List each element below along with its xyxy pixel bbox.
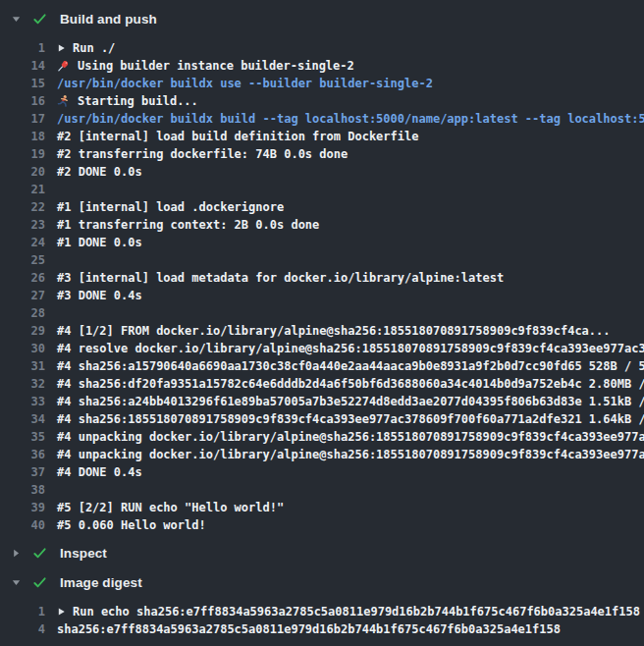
log-text: #2 DONE 0.0s: [57, 163, 142, 181]
line-number[interactable]: 31: [0, 357, 45, 375]
section-header-build-and-push[interactable]: Build and push: [0, 4, 644, 33]
log-line-content: sha256:e7ff8834a5963a2785c5a0811e979d16b…: [57, 620, 561, 638]
line-number[interactable]: 22: [0, 198, 45, 216]
line-number[interactable]: 23: [0, 216, 45, 234]
log-line-content: /usr/bin/docker buildx build --tag local…: [57, 110, 644, 128]
log-text: Run ./: [73, 39, 115, 57]
line-number[interactable]: 4: [0, 620, 45, 638]
line-number[interactable]: 28: [0, 304, 45, 322]
log-line: 36#4 unpacking docker.io/library/alpine@…: [0, 446, 644, 463]
log-line-content: Run ./: [57, 39, 115, 57]
log-line-content: #4 [1/2] FROM docker.io/library/alpine@s…: [57, 322, 611, 340]
log-line: 22#1 [internal] load .dockerignore: [0, 198, 644, 216]
line-number[interactable]: 25: [0, 251, 45, 269]
log-line-content: #2 [internal] load build definition from…: [57, 128, 418, 145]
log-line-content: #4 unpacking docker.io/library/alpine@sh…: [57, 428, 644, 446]
check-icon: [31, 545, 47, 561]
log-line: 1Run ./: [0, 39, 644, 57]
line-number[interactable]: 21: [0, 181, 45, 198]
line-number[interactable]: 17: [0, 110, 45, 128]
line-number[interactable]: 40: [0, 516, 45, 534]
log-text: Using builder instance builder-single-2: [78, 57, 354, 75]
line-number[interactable]: 19: [0, 145, 45, 163]
line-number[interactable]: 14: [0, 57, 45, 75]
log-line: 30#4 resolve docker.io/library/alpine@sh…: [0, 340, 644, 357]
log-line: 29#4 [1/2] FROM docker.io/library/alpine…: [0, 322, 644, 340]
line-number[interactable]: 30: [0, 340, 45, 357]
line-number[interactable]: 20: [0, 163, 45, 181]
log-text: /usr/bin/docker buildx use --builder bui…: [57, 75, 433, 92]
log-text: #4 unpacking docker.io/library/alpine@sh…: [57, 446, 644, 463]
log-text: Run echo sha256:e7ff8834a5963a2785c5a081…: [73, 603, 640, 620]
log-line: 16Starting build...: [0, 92, 644, 110]
log-line: 25: [0, 251, 644, 269]
log-text: #1 transferring context: 2B 0.0s done: [57, 216, 319, 234]
log-text: #4 [1/2] FROM docker.io/library/alpine@s…: [57, 322, 611, 340]
log-line: 26#3 [internal] load metadata for docker…: [0, 269, 644, 287]
chevron-down-icon[interactable]: [10, 576, 22, 588]
line-number[interactable]: 15: [0, 75, 45, 92]
line-number[interactable]: 27: [0, 287, 45, 304]
log-lines: 1Run ./14Using builder instance builder-…: [0, 33, 644, 538]
log-text: /usr/bin/docker buildx build --tag local…: [57, 110, 644, 128]
chevron-right-icon[interactable]: [10, 547, 22, 559]
check-icon: [31, 574, 47, 590]
log-line: 20#2 DONE 0.0s: [0, 163, 644, 181]
log-line: 17/usr/bin/docker buildx build --tag loc…: [0, 110, 644, 128]
workflow-log-viewer: Build and push1Run ./14Using builder ins…: [0, 0, 644, 646]
play-icon[interactable]: [57, 607, 66, 617]
section-header-image-digest[interactable]: Image digest: [0, 567, 644, 597]
log-line-content: #2 DONE 0.0s: [57, 163, 142, 181]
log-line-content: #4 sha256:185518070891758909c9f839cf4ca3…: [57, 410, 644, 428]
line-number[interactable]: 33: [0, 393, 45, 410]
line-number[interactable]: 36: [0, 446, 45, 463]
line-number[interactable]: 32: [0, 375, 45, 393]
log-line-content: #3 [internal] load metadata for docker.i…: [57, 269, 504, 287]
log-line-content: #5 0.060 Hello world!: [57, 516, 206, 534]
log-line: 23#1 transferring context: 2B 0.0s done: [0, 216, 644, 234]
log-line-content: Using builder instance builder-single-2: [57, 57, 354, 75]
log-text: #3 [internal] load metadata for docker.i…: [57, 269, 504, 287]
line-number[interactable]: 18: [0, 128, 45, 145]
log-line: 39#5 [2/2] RUN echo "Hello world!": [0, 499, 644, 516]
line-number[interactable]: 1: [0, 39, 45, 57]
line-number[interactable]: 39: [0, 499, 45, 516]
log-line-content: #4 DONE 0.4s: [57, 463, 142, 481]
log-text: #1 [internal] load .dockerignore: [57, 198, 284, 216]
pushpin-icon: [57, 59, 70, 73]
log-text: Starting build...: [78, 92, 198, 110]
section-header-inspect[interactable]: Inspect: [0, 538, 644, 567]
line-number[interactable]: 34: [0, 410, 45, 428]
log-line: 1Run echo sha256:e7ff8834a5963a2785c5a08…: [0, 603, 644, 620]
log-line: 28: [0, 304, 644, 322]
section-build-and-push: Build and push1Run ./14Using builder ins…: [0, 4, 644, 538]
log-line: 34#4 sha256:185518070891758909c9f839cf4c…: [0, 410, 644, 428]
play-icon[interactable]: [57, 43, 66, 53]
log-text: #4 sha256:a15790640a6690aa1730c38cf0a440…: [57, 357, 644, 375]
log-line: 15/usr/bin/docker buildx use --builder b…: [0, 75, 644, 92]
log-line: 21: [0, 181, 644, 198]
line-number[interactable]: 37: [0, 463, 45, 481]
log-line-content: #3 DONE 0.4s: [57, 287, 142, 304]
log-text: #4 sha256:185518070891758909c9f839cf4ca3…: [57, 410, 644, 428]
log-text: #2 transferring dockerfile: 74B 0.0s don…: [57, 145, 348, 163]
log-text: #1 DONE 0.0s: [57, 234, 142, 251]
log-line-content: #5 [2/2] RUN echo "Hello world!": [57, 499, 284, 516]
log-line-content: Run echo sha256:e7ff8834a5963a2785c5a081…: [57, 603, 640, 620]
line-number[interactable]: 38: [0, 481, 45, 499]
line-number[interactable]: 35: [0, 428, 45, 446]
log-line: 4sha256:e7ff8834a5963a2785c5a0811e979d16…: [0, 620, 644, 638]
line-number[interactable]: 16: [0, 92, 45, 110]
line-number[interactable]: 26: [0, 269, 45, 287]
log-lines: 1Run echo sha256:e7ff8834a5963a2785c5a08…: [0, 597, 644, 642]
log-text: #5 0.060 Hello world!: [57, 516, 206, 534]
log-text: #2 [internal] load build definition from…: [57, 128, 418, 145]
line-number[interactable]: 29: [0, 322, 45, 340]
line-number[interactable]: 1: [0, 603, 45, 620]
log-line-content: #1 [internal] load .dockerignore: [57, 198, 284, 216]
log-line-content: #2 transferring dockerfile: 74B 0.0s don…: [57, 145, 348, 163]
chevron-down-icon[interactable]: [10, 13, 22, 25]
log-line-content: /usr/bin/docker buildx use --builder bui…: [57, 75, 433, 92]
line-number[interactable]: 24: [0, 234, 45, 251]
log-line-content: #1 DONE 0.0s: [57, 234, 142, 251]
